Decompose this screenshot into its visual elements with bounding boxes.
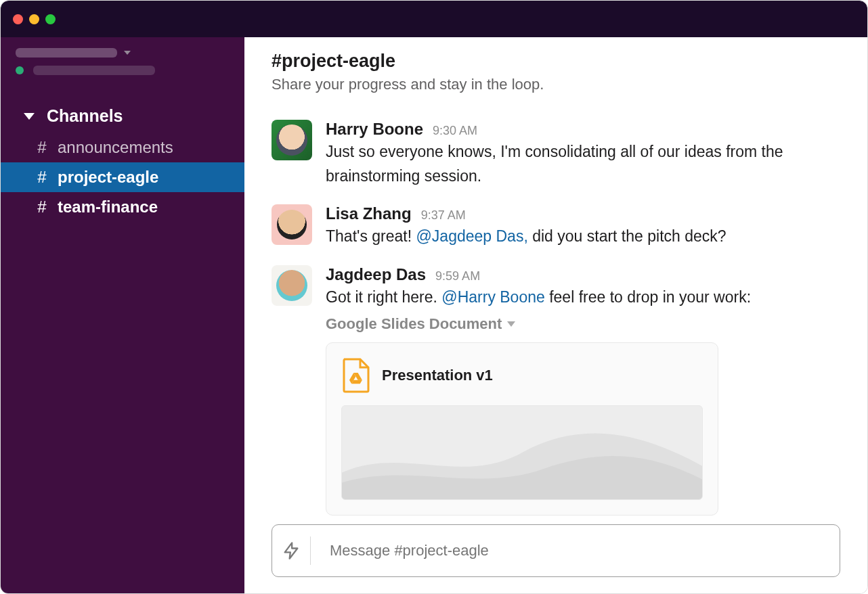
- workspace-name-placeholder: [16, 48, 117, 58]
- message: Lisa Zhang 9:37 AM That's great! @Jagdee…: [272, 198, 840, 258]
- message-author[interactable]: Jagdeep Das: [326, 265, 426, 284]
- mention[interactable]: @Jagdeep Das,: [416, 227, 528, 245]
- title-bar: [1, 1, 867, 37]
- google-drive-file-icon: [341, 358, 371, 393]
- message-time: 9:59 AM: [435, 269, 480, 283]
- avatar[interactable]: [272, 265, 312, 306]
- message: Harry Boone 9:30 AM Just so everyone kno…: [272, 113, 840, 198]
- sidebar-item-announcements[interactable]: # announcements: [1, 133, 244, 162]
- username-placeholder: [33, 66, 155, 75]
- channel-title[interactable]: #project-eagle: [272, 51, 840, 72]
- message-list: Harry Boone 9:30 AM Just so everyone kno…: [244, 105, 867, 519]
- message-author[interactable]: Lisa Zhang: [326, 204, 412, 223]
- compose-box[interactable]: [272, 524, 840, 577]
- channel-name: announcements: [58, 138, 173, 157]
- lightning-shortcut-icon[interactable]: [282, 541, 301, 560]
- attachment-preview: [341, 405, 703, 500]
- compose-area: [244, 519, 867, 593]
- avatar[interactable]: [272, 204, 312, 245]
- vertical-divider: [310, 536, 311, 565]
- attachment-source-label: Google Slides Document: [326, 315, 502, 333]
- channels-label: Channels: [47, 106, 123, 126]
- sidebar-item-project-eagle[interactable]: # project-eagle: [1, 162, 244, 192]
- message-time: 9:37 AM: [421, 208, 466, 223]
- mention[interactable]: @Harry Boone: [441, 288, 544, 306]
- message-author[interactable]: Harry Boone: [326, 120, 423, 139]
- minimize-window-icon[interactable]: [29, 14, 39, 24]
- sidebar: Channels # announcements # project-eagle…: [1, 37, 244, 593]
- chevron-down-icon: [124, 51, 131, 55]
- channel-name: project-eagle: [58, 168, 158, 187]
- chevron-down-icon: [507, 321, 515, 327]
- avatar[interactable]: [272, 120, 312, 160]
- message: Jagdeep Das 9:59 AM Got it right here. @…: [272, 258, 840, 519]
- hash-icon: #: [35, 138, 49, 157]
- channels-section-header[interactable]: Channels: [1, 99, 244, 133]
- message-text: That's great! @Jagdeep Das, did you star…: [326, 225, 840, 249]
- attachment-card[interactable]: Presentation v1: [326, 342, 718, 516]
- hash-icon: #: [35, 168, 49, 187]
- message-input[interactable]: [320, 542, 830, 559]
- workspace-header[interactable]: [1, 44, 244, 79]
- close-window-icon[interactable]: [13, 14, 23, 24]
- message-text: Just so everyone knows, I'm consolidatin…: [326, 140, 840, 188]
- channel-name: team-finance: [58, 198, 158, 216]
- attachment-source-toggle[interactable]: Google Slides Document: [326, 315, 840, 333]
- message-time: 9:30 AM: [433, 124, 477, 138]
- app-body: Channels # announcements # project-eagle…: [1, 37, 867, 593]
- channel-header: #project-eagle Share your progress and s…: [244, 37, 867, 105]
- message-text: Got it right here. @Harry Boone feel fre…: [326, 285, 840, 310]
- main-pane: #project-eagle Share your progress and s…: [244, 37, 867, 593]
- channel-topic[interactable]: Share your progress and stay in the loop…: [272, 76, 840, 93]
- chevron-down-icon: [24, 113, 35, 120]
- hash-icon: #: [35, 198, 49, 216]
- fullscreen-window-icon[interactable]: [45, 14, 56, 24]
- attachment-title: Presentation v1: [382, 367, 493, 384]
- presence-active-icon: [16, 66, 24, 74]
- sidebar-item-team-finance[interactable]: # team-finance: [1, 192, 244, 222]
